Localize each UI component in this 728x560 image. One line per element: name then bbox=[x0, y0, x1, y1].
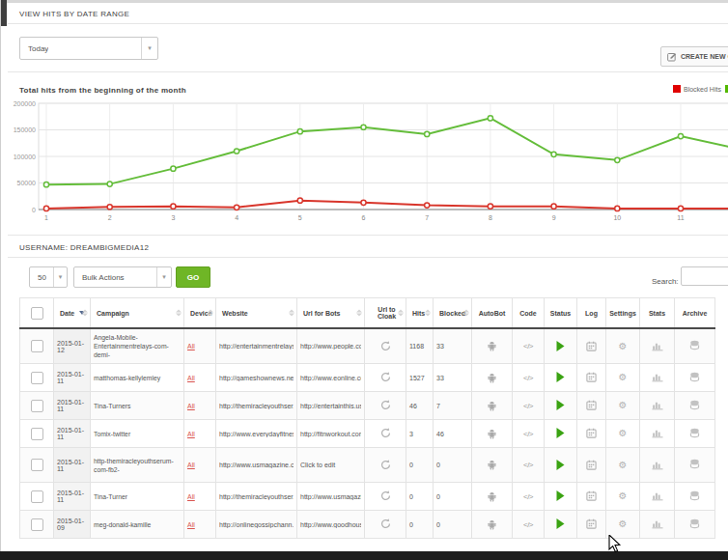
campaign-cell: matthomas-kellylemley bbox=[91, 364, 184, 392]
archive-cell[interactable] bbox=[675, 483, 715, 511]
url-for-bots-cell[interactable]: http://www.eonline.com/n... bbox=[297, 364, 365, 392]
device-all-link[interactable]: All bbox=[187, 375, 195, 381]
settings-cell[interactable]: ⚙ bbox=[606, 328, 640, 364]
row-select-cell bbox=[20, 392, 54, 420]
code-cell[interactable]: </> bbox=[513, 483, 545, 511]
log-cell[interactable] bbox=[577, 483, 606, 511]
url-for-bots-cell[interactable]: http://www.usmagazine.c... bbox=[297, 483, 365, 511]
column-header-url-to-cloak[interactable]: Url to Cloak bbox=[365, 298, 406, 329]
go-button[interactable]: GO bbox=[176, 266, 210, 288]
code-cell[interactable]: </> bbox=[513, 392, 545, 420]
log-cell[interactable] bbox=[577, 392, 606, 420]
log-cell[interactable] bbox=[577, 448, 606, 483]
column-header-website[interactable]: Website bbox=[216, 298, 297, 329]
device-all-link[interactable]: All bbox=[187, 343, 195, 350]
column-header-url-for-bots[interactable]: Url for Bots bbox=[297, 298, 365, 329]
status-cell[interactable] bbox=[545, 328, 577, 364]
archive-cell[interactable] bbox=[675, 420, 715, 448]
select-all-checkbox[interactable] bbox=[31, 307, 43, 320]
code-cell[interactable]: </> bbox=[513, 420, 545, 448]
code-cell[interactable]: </> bbox=[513, 364, 545, 392]
column-header-campaign[interactable]: Campaign bbox=[91, 298, 184, 329]
archive-cell[interactable] bbox=[675, 448, 715, 483]
stats-cell[interactable] bbox=[640, 420, 675, 448]
autobot-cell[interactable] bbox=[472, 328, 513, 364]
url-for-bots-cell[interactable]: Click to edit bbox=[297, 448, 365, 483]
status-cell[interactable] bbox=[545, 511, 577, 539]
row-checkbox[interactable] bbox=[31, 372, 43, 384]
autobot-cell[interactable] bbox=[472, 364, 513, 392]
column-header-blocked[interactable]: Blocked bbox=[434, 298, 472, 329]
archive-cell[interactable] bbox=[675, 392, 715, 420]
column-header-hits[interactable]: Hits bbox=[406, 298, 434, 329]
device-all-link[interactable]: All bbox=[187, 403, 195, 409]
data-point bbox=[361, 200, 366, 205]
status-cell[interactable] bbox=[545, 420, 577, 448]
status-cell[interactable] bbox=[545, 364, 577, 392]
status-cell[interactable] bbox=[545, 392, 577, 420]
row-checkbox[interactable] bbox=[31, 518, 43, 531]
autobot-cell[interactable] bbox=[472, 511, 513, 539]
row-checkbox[interactable] bbox=[31, 490, 43, 503]
autobot-cell[interactable] bbox=[472, 448, 513, 483]
device-all-link[interactable]: All bbox=[187, 493, 195, 500]
archive-cell[interactable] bbox=[675, 328, 715, 364]
code-cell[interactable]: </> bbox=[513, 511, 545, 539]
stats-cell[interactable] bbox=[640, 392, 675, 420]
autobot-cell[interactable] bbox=[472, 420, 513, 448]
stats-cell[interactable] bbox=[640, 448, 675, 483]
create-new-campaign-button[interactable]: CREATE NEW CAMPAIGN bbox=[660, 46, 728, 67]
url-for-bots-cell[interactable]: http://www.people.com/ar... bbox=[297, 328, 365, 364]
page-size-select[interactable]: 50 ▾ bbox=[29, 266, 68, 288]
url-to-cloak-cell[interactable] bbox=[365, 328, 406, 364]
url-to-cloak-cell[interactable] bbox=[365, 483, 406, 511]
log-cell[interactable] bbox=[577, 511, 606, 539]
autobot-cell[interactable] bbox=[472, 483, 513, 511]
url-to-cloak-cell[interactable] bbox=[365, 364, 406, 392]
device-all-link[interactable]: All bbox=[187, 462, 195, 468]
status-cell[interactable] bbox=[545, 483, 577, 511]
settings-cell[interactable]: ⚙ bbox=[606, 364, 640, 392]
url-to-cloak-cell[interactable] bbox=[365, 392, 406, 420]
log-cell[interactable] bbox=[577, 328, 606, 364]
row-checkbox[interactable] bbox=[31, 340, 43, 352]
row-checkbox[interactable] bbox=[31, 459, 43, 471]
code-cell[interactable]: </> bbox=[513, 328, 545, 364]
autobot-cell[interactable] bbox=[472, 392, 513, 420]
settings-cell[interactable]: ⚙ bbox=[606, 392, 640, 420]
device-all-link[interactable]: All bbox=[187, 521, 195, 528]
stats-cell[interactable] bbox=[640, 364, 675, 392]
log-cell[interactable] bbox=[577, 420, 606, 448]
url-to-cloak-cell[interactable] bbox=[365, 420, 406, 448]
date-range-select[interactable]: Today ▾ bbox=[19, 37, 158, 60]
url-for-bots-cell[interactable]: http://fitnworkout.com/ bbox=[297, 420, 365, 448]
archive-cell[interactable] bbox=[675, 364, 715, 392]
stats-cell[interactable] bbox=[640, 328, 675, 364]
code-icon: </> bbox=[523, 342, 533, 350]
bulk-actions-select[interactable]: Bulk Actions ▾ bbox=[73, 266, 172, 288]
row-select-cell bbox=[20, 364, 54, 392]
code-cell[interactable]: </> bbox=[513, 448, 545, 483]
stats-cell[interactable] bbox=[640, 511, 675, 539]
archive-cell[interactable] bbox=[675, 511, 715, 539]
url-to-cloak-cell[interactable] bbox=[365, 511, 406, 539]
row-checkbox[interactable] bbox=[31, 428, 43, 440]
column-header-date[interactable]: Date bbox=[54, 298, 91, 329]
settings-cell[interactable]: ⚙ bbox=[606, 483, 640, 511]
url-for-bots-cell[interactable]: http://entertainthis.usatod... bbox=[297, 392, 365, 420]
column-header-settings: Settings bbox=[606, 298, 640, 329]
url-for-bots-cell[interactable]: http://www.goodhousekee... bbox=[297, 511, 365, 539]
settings-cell[interactable]: ⚙ bbox=[606, 420, 640, 448]
status-cell[interactable] bbox=[545, 448, 577, 483]
search-input[interactable] bbox=[681, 266, 728, 286]
row-checkbox[interactable] bbox=[31, 400, 43, 412]
column-label: Campaign bbox=[97, 310, 129, 317]
android-robot-icon bbox=[487, 340, 497, 351]
url-to-cloak-cell[interactable] bbox=[365, 448, 406, 483]
column-header-device[interactable]: Device bbox=[184, 298, 216, 329]
settings-cell[interactable]: ⚙ bbox=[606, 448, 640, 483]
stats-cell[interactable] bbox=[640, 483, 675, 511]
log-cell[interactable] bbox=[577, 364, 606, 392]
device-all-link[interactable]: All bbox=[187, 431, 195, 437]
website-url: http://gameshownews.net bbox=[219, 375, 294, 381]
